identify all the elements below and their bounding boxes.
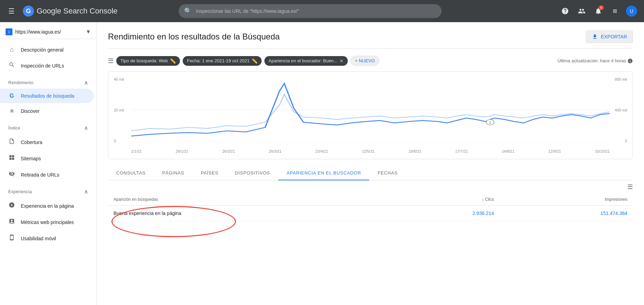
sidebar-item-discover-label: Discover bbox=[21, 108, 39, 114]
chart-svg: 1 bbox=[131, 77, 610, 143]
apps-icon[interactable] bbox=[608, 4, 622, 18]
search-input[interactable] bbox=[196, 8, 436, 14]
table-wrapper: Aparición en búsquedas ↓ Clics Impresion… bbox=[108, 194, 633, 221]
filter-chip-fecha[interactable]: Fecha: 1 ene 2021-19 oct 2021 ✏️ bbox=[183, 56, 262, 66]
filter-chip-tipo[interactable]: Tipo de búsqueda: Web ✏️ bbox=[116, 56, 180, 66]
nav-icons-group: 9 U bbox=[558, 4, 638, 18]
sidebar-item-overview[interactable]: ⌂ Descripción general bbox=[0, 42, 94, 57]
x-label-10: 10/10/21 bbox=[595, 149, 610, 153]
section-experiencia-collapse-icon[interactable]: ∧ bbox=[84, 188, 88, 195]
search-icon: 🔍 bbox=[184, 7, 192, 15]
export-button[interactable]: EXPORTAR bbox=[586, 30, 633, 43]
retirada-icon bbox=[8, 171, 15, 179]
search-results-icon: G bbox=[8, 93, 15, 99]
new-filter-button[interactable]: + NUEVO bbox=[351, 56, 379, 66]
sitemaps-icon bbox=[8, 154, 15, 162]
sidebar-item-sitemaps-label: Sitemaps bbox=[21, 156, 41, 161]
chart-inner: 40 mil 20 mil 0 800 mil 400 mil 0 bbox=[114, 77, 627, 153]
y-left-label-0: 40 mil bbox=[114, 77, 124, 81]
table-section: CONSULTAS PÁGINAS PAÍSES DISPOSITIVOS AP… bbox=[108, 166, 633, 221]
section-indice-collapse-icon[interactable]: ∧ bbox=[84, 125, 88, 131]
sidebar-item-retirada[interactable]: Retirada de URLs bbox=[0, 167, 94, 183]
x-label-7: 17/7/21 bbox=[455, 149, 468, 153]
avatar[interactable]: U bbox=[625, 4, 638, 18]
tab-apariencia[interactable]: APARIENCIA EN EL BUSCADOR bbox=[278, 166, 369, 180]
filters-row: ☰ Tipo de búsqueda: Web ✏️ Fecha: 1 ene … bbox=[108, 56, 633, 66]
table-sort-icon[interactable]: ☰ bbox=[627, 183, 633, 191]
filter-chip-fecha-label: Fecha: 1 ene 2021-19 oct 2021 bbox=[187, 58, 250, 63]
tab-paises[interactable]: PAÍSES bbox=[192, 166, 227, 180]
svg-text:1: 1 bbox=[489, 121, 491, 124]
main-layout: i https://www.iagua.es/ ▼ ⌂ Descripción … bbox=[0, 22, 644, 305]
y-right-label-1: 400 mil bbox=[615, 108, 627, 112]
section-rendimiento-collapse-icon[interactable]: ∧ bbox=[84, 79, 88, 86]
filter-chip-apariencia-label: Apariencia en el buscador: Buen... bbox=[269, 58, 337, 63]
page-experience-icon bbox=[8, 202, 15, 210]
sidebar-item-discover[interactable]: ✳ Discover bbox=[0, 103, 94, 119]
top-navigation: ☰ G Google Search Console 🔍 9 U bbox=[0, 0, 644, 22]
section-rendimiento-header: Rendimiento ∧ bbox=[0, 74, 97, 89]
last-update: Última actualización: hace 4 horas bbox=[557, 58, 633, 64]
sidebar-item-web-vitals[interactable]: Métricas web principales bbox=[0, 214, 94, 230]
hamburger-menu-icon[interactable]: ☰ bbox=[6, 4, 17, 18]
tab-consultas[interactable]: CONSULTAS bbox=[108, 166, 154, 180]
sidebar-item-search-results[interactable]: G Resultados de búsqueda bbox=[0, 89, 94, 103]
page-title: Rendimiento en los resultados de la Búsq… bbox=[108, 32, 280, 42]
section-indice-label: Índice bbox=[8, 126, 20, 131]
tabs-row: CONSULTAS PÁGINAS PAÍSES DISPOSITIVOS AP… bbox=[108, 166, 633, 180]
y-left-label-1: 20 mil bbox=[114, 108, 124, 112]
table-header-row: Aparición en búsquedas ↓ Clics Impresion… bbox=[108, 194, 633, 206]
site-selector[interactable]: i https://www.iagua.es/ ▼ bbox=[0, 25, 97, 39]
export-label: EXPORTAR bbox=[601, 34, 627, 39]
table-toolbar: ☰ bbox=[108, 180, 633, 194]
mobile-icon bbox=[8, 234, 15, 242]
y-right-label-0: 800 mil bbox=[615, 77, 627, 81]
filter-chip-apariencia[interactable]: Apariencia en el buscador: Buen... ✕ bbox=[264, 56, 348, 66]
sidebar-item-mobile[interactable]: Usabilidad móvil bbox=[0, 230, 94, 246]
x-label-4: 23/4/21 bbox=[315, 149, 328, 153]
x-label-9: 12/9/21 bbox=[548, 149, 561, 153]
sidebar-item-cobertura[interactable]: Cobertura bbox=[0, 134, 94, 150]
x-label-2: 26/2/21 bbox=[222, 149, 235, 153]
inspect-icon bbox=[8, 62, 15, 70]
google-logo: G bbox=[23, 6, 34, 17]
sidebar-item-page-experience[interactable]: Experiencia en la página bbox=[0, 198, 94, 214]
site-dropdown-arrow-icon: ▼ bbox=[85, 29, 91, 35]
th-impresiones: Impresiones bbox=[499, 194, 633, 206]
section-rendimiento-label: Rendimiento bbox=[8, 80, 34, 85]
td-clics: 2.936.214 bbox=[385, 206, 500, 221]
x-label-6: 19/6/21 bbox=[409, 149, 421, 153]
manage-property-icon[interactable] bbox=[575, 4, 589, 18]
edit-fecha-icon: ✏️ bbox=[252, 58, 257, 64]
sidebar-item-url-inspection-label: Inspección de URLs bbox=[21, 63, 64, 69]
new-filter-label: + NUEVO bbox=[355, 58, 375, 63]
logo-area: G Google Search Console bbox=[23, 6, 118, 17]
user-avatar: U bbox=[626, 6, 637, 17]
tab-fechas[interactable]: FECHAS bbox=[369, 166, 406, 180]
site-favicon: i bbox=[6, 28, 12, 35]
sidebar-item-retirada-label: Retirada de URLs bbox=[21, 172, 59, 178]
x-label-3: 26/3/21 bbox=[269, 149, 282, 153]
last-update-text: Última actualización: hace 4 horas bbox=[557, 58, 626, 63]
close-apariencia-icon[interactable]: ✕ bbox=[339, 58, 344, 64]
table-row: Buena experiencia en la página 2.936.214… bbox=[108, 206, 633, 221]
chart-y-right: 800 mil 400 mil 0 bbox=[615, 77, 627, 143]
sidebar-item-mobile-label: Usabilidad móvil bbox=[21, 236, 56, 241]
sidebar-item-search-results-label: Resultados de búsqueda bbox=[21, 93, 74, 99]
notification-badge: 9 bbox=[598, 6, 604, 10]
th-clics: ↓ Clics bbox=[385, 194, 500, 206]
sidebar-item-cobertura-label: Cobertura bbox=[21, 140, 42, 145]
sidebar-item-sitemaps[interactable]: Sitemaps bbox=[0, 150, 94, 167]
discover-icon: ✳ bbox=[8, 107, 15, 115]
table-body: Buena experiencia en la página 2.936.214… bbox=[108, 206, 633, 221]
data-table: Aparición en búsquedas ↓ Clics Impresion… bbox=[108, 194, 633, 221]
sidebar-item-url-inspection[interactable]: Inspección de URLs bbox=[0, 57, 94, 74]
url-inspection-search[interactable]: 🔍 bbox=[179, 4, 442, 18]
site-url: https://www.iagua.es/ bbox=[15, 29, 83, 35]
tab-paginas[interactable]: PÁGINAS bbox=[154, 166, 192, 180]
chart-container: 40 mil 20 mil 0 800 mil 400 mil 0 bbox=[108, 71, 633, 159]
table-header: Aparición en búsquedas ↓ Clics Impresion… bbox=[108, 194, 633, 206]
notifications-icon[interactable]: 9 bbox=[591, 4, 605, 18]
help-icon[interactable] bbox=[558, 4, 572, 18]
tab-dispositivos[interactable]: DISPOSITIVOS bbox=[227, 166, 278, 180]
